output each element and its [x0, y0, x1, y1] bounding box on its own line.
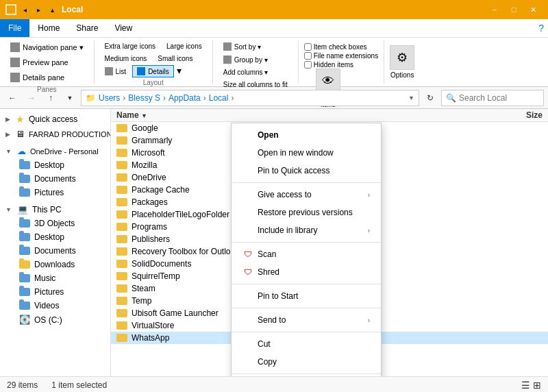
context-menu-item-copy[interactable]: Copy [232, 353, 381, 371]
nav-quick-access[interactable]: ▶ ★ Quick access [0, 112, 110, 127]
folder-icon [116, 210, 127, 219]
ctx-item-label: Send to [258, 315, 286, 325]
help-icon: ? [538, 23, 544, 34]
item-check-boxes-label[interactable]: Item check boxes [304, 43, 379, 51]
context-menu-item-open-new-window[interactable]: Open in new window [232, 144, 381, 162]
details-button[interactable]: Details [132, 65, 174, 77]
nav-onedrive[interactable]: ▼ ☁ OneDrive - Personal [0, 144, 110, 158]
ribbon-content: Navigation pane ▾ Preview pane Details p… [0, 37, 548, 86]
up-button[interactable]: ↑ [42, 90, 59, 106]
list-button[interactable]: List [100, 65, 132, 77]
nav-od-documents[interactable]: Documents [0, 172, 110, 186]
context-menu-item-send-to[interactable]: Send to› [232, 311, 381, 329]
nav-downloads[interactable]: Downloads [0, 258, 110, 271]
file-name-extensions-checkbox[interactable] [304, 52, 312, 60]
ctx-item-left: 🛡Shred [242, 267, 279, 278]
nav-this-pc[interactable]: ▼ 💻 This PC [0, 202, 110, 217]
nav-downloads-label: Downloads [34, 260, 75, 269]
ctx-item-left: Pin to Start [242, 291, 298, 302]
tab-file[interactable]: File [0, 19, 29, 37]
folder-icon-music [19, 274, 30, 282]
file-item-name: WhatsApp [132, 333, 169, 343]
shield-icon: 🛡 [242, 249, 253, 260]
tab-view[interactable]: View [106, 19, 140, 37]
ctx-item-label: Include in library [258, 225, 317, 235]
details-pane-button[interactable]: Details pane [5, 71, 88, 84]
minimize-button[interactable]: − [485, 0, 504, 19]
maximize-button[interactable]: □ [504, 0, 523, 19]
path-users[interactable]: Users [99, 93, 120, 103]
large-icons-button[interactable]: Large icons [162, 40, 207, 52]
context-menu-item-shred[interactable]: 🛡Shred [232, 263, 381, 281]
sort-by-button[interactable]: Sort by ▾ [219, 40, 292, 53]
size-all-columns-button[interactable]: Size all columns to fit [219, 79, 292, 90]
nav-documents[interactable]: Documents [0, 244, 110, 258]
path-blessys[interactable]: Blessy S [128, 93, 160, 103]
nav-pictures[interactable]: Pictures [0, 285, 110, 299]
group-by-button[interactable]: Group by ▾ [219, 53, 292, 66]
tab-share[interactable]: Share [68, 19, 106, 37]
nav-3dobjects[interactable]: 3D Objects [0, 217, 110, 230]
nav-osdrive[interactable]: 💽 OS (C:) [0, 313, 110, 327]
folder-icon [116, 149, 127, 157]
path-local[interactable]: Local [209, 93, 229, 103]
folder-icon [116, 124, 127, 132]
search-box[interactable]: 🔍 [441, 90, 544, 106]
ctx-item-left: Send to [242, 315, 286, 326]
path-dropdown-arrow[interactable]: ▼ [408, 95, 414, 101]
nav-od-desktop[interactable]: Desktop [0, 158, 110, 172]
add-columns-button[interactable]: Add columns ▾ [219, 66, 292, 78]
recent-button[interactable]: ▼ [62, 90, 78, 106]
context-menu-item-cut[interactable]: Cut [232, 335, 381, 353]
file-item-name: Ubisoft Game Launcher [132, 308, 219, 318]
options-button[interactable]: ⚙ [390, 45, 414, 70]
context-menu-item-pin-start[interactable]: Pin to Start [232, 287, 381, 305]
nav-music[interactable]: Music [0, 271, 110, 285]
back-button[interactable]: ← [4, 90, 21, 106]
col-name-header[interactable]: Name ▼ [116, 110, 488, 120]
nav-desktop[interactable]: Desktop [0, 230, 110, 244]
file-name-extensions-label[interactable]: File name extensions [304, 52, 379, 60]
forward-button[interactable]: → [23, 90, 40, 106]
file-item-name: Publishers [132, 234, 170, 244]
folder-icon [116, 272, 127, 280]
forward-icon-title: ▸ [33, 4, 44, 15]
window-icon [5, 4, 16, 15]
hidden-items-checkbox[interactable] [304, 61, 312, 69]
search-input[interactable] [459, 93, 539, 103]
context-menu-item-give-access[interactable]: Give access to› [232, 186, 381, 204]
ctx-submenu-arrow: › [368, 317, 370, 324]
small-icons-button[interactable]: Small icons [153, 53, 197, 64]
file-item-name: Package Cache [132, 185, 190, 195]
layout-dropdown-arrow[interactable]: ▾ [175, 65, 183, 77]
context-menu-item-include-library[interactable]: Include in library› [232, 221, 381, 239]
refresh-button[interactable]: ↻ [422, 90, 438, 106]
preview-pane-button[interactable]: Preview pane [5, 56, 88, 69]
context-menu-item-pin-quick-access[interactable]: Pin to Quick access [232, 162, 381, 180]
medium-icons-button[interactable]: Medium icons [100, 53, 152, 64]
tab-home[interactable]: Home [29, 19, 68, 37]
nav-videos[interactable]: Videos [0, 299, 110, 313]
context-menu-item-restore-versions[interactable]: Restore previous versions [232, 204, 381, 221]
file-item-name: PlaceholderTileLogoFolder [132, 210, 229, 219]
context-menu-item-scan[interactable]: 🛡Scan [232, 245, 381, 263]
nav-farrad[interactable]: ▶ 🖥 FARRAD PRODUCTION [0, 127, 110, 141]
context-menu-item-open[interactable]: Open [232, 126, 381, 144]
navigation-pane-button[interactable]: Navigation pane ▾ [5, 40, 88, 54]
col-size-header[interactable]: Size [488, 110, 543, 120]
ctx-item-left: Include in library [242, 225, 317, 236]
grid-view-toggle[interactable]: ⊞ [533, 380, 541, 391]
selected-count: 1 item selected [51, 380, 107, 390]
item-check-boxes-checkbox[interactable] [304, 43, 312, 51]
address-path[interactable]: 📁 Users › Blessy S › AppData › Local › ▼ [81, 90, 419, 106]
path-appdata[interactable]: AppData [169, 93, 201, 103]
nav-quick-access-label: Quick access [29, 114, 77, 124]
folder-icon-od-pics [19, 188, 30, 197]
hidden-items-label[interactable]: Hidden items [304, 61, 379, 69]
extra-large-icons-button[interactable]: Extra large icons [100, 40, 160, 52]
nav-od-pictures[interactable]: Pictures [0, 186, 110, 199]
close-button[interactable]: ✕ [523, 0, 543, 19]
file-item-name: Google [132, 123, 158, 133]
preview-icon [10, 58, 20, 67]
details-view-toggle[interactable]: ☰ [521, 380, 530, 391]
